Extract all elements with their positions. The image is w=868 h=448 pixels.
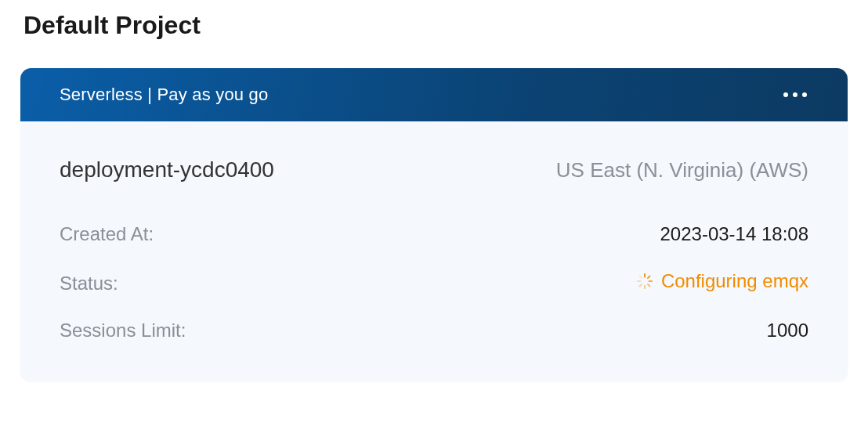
svg-line-7 — [639, 276, 642, 279]
card-header: Serverless | Pay as you go — [20, 68, 848, 121]
status-text: Configuring emqx — [661, 270, 808, 292]
plan-label: Serverless | Pay as you go — [60, 85, 268, 105]
created-at-row: Created At: 2023-03-14 18:08 — [60, 223, 808, 245]
created-at-value: 2023-03-14 18:08 — [660, 223, 809, 245]
svg-line-5 — [639, 284, 642, 287]
sessions-limit-label: Sessions Limit: — [60, 320, 186, 341]
deployment-card: Serverless | Pay as you go deployment-yc… — [20, 68, 848, 382]
svg-line-3 — [648, 284, 650, 287]
status-row: Status: — [60, 270, 808, 294]
card-body: deployment-ycdc0400 US East (N. Virginia… — [20, 121, 848, 382]
more-horizontal-icon — [783, 92, 807, 97]
more-button[interactable] — [777, 86, 813, 103]
status-label: Status: — [60, 273, 118, 294]
created-at-label: Created At: — [60, 223, 154, 245]
deployment-name: deployment-ycdc0400 — [60, 157, 274, 182]
page-title: Default Project — [24, 11, 868, 40]
sessions-limit-value: 1000 — [767, 320, 808, 341]
spinner-icon — [636, 273, 653, 290]
sessions-limit-row: Sessions Limit: 1000 — [60, 320, 808, 341]
svg-line-1 — [648, 276, 650, 279]
deployment-region: US East (N. Virginia) (AWS) — [556, 158, 808, 182]
status-value-wrap: Configuring emqx — [636, 270, 808, 292]
deployment-title-row: deployment-ycdc0400 US East (N. Virginia… — [60, 157, 808, 182]
